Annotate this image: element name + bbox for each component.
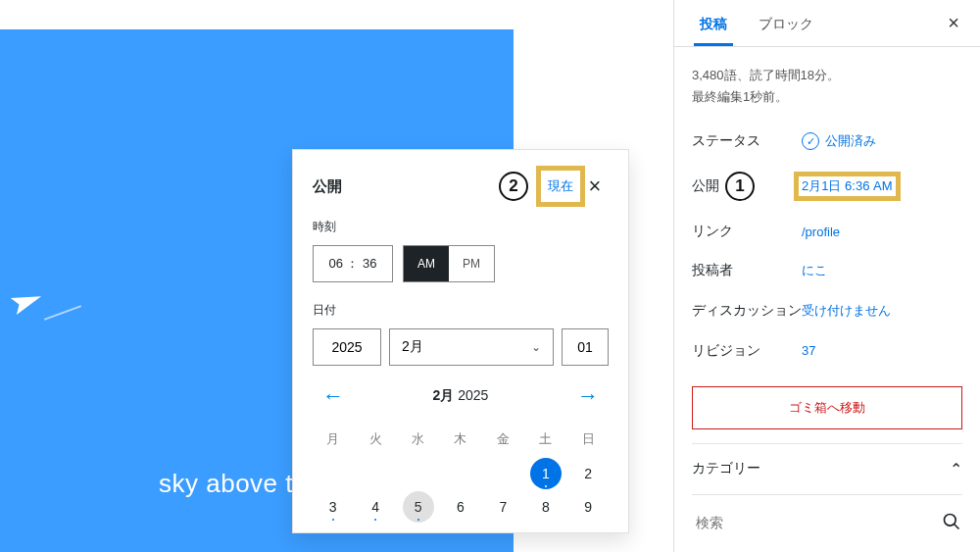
status-value[interactable]: ✓ 公開済み [802,132,876,150]
chevron-up-icon: ⌃ [950,460,962,478]
close-icon[interactable]: × [581,173,609,200]
time-input[interactable] [313,245,393,282]
status-label: ステータス [692,132,802,150]
publish-label: 公開 1 [692,172,802,201]
trash-button[interactable]: ゴミ箱へ移動 [692,386,962,429]
category-search-input[interactable] [692,507,941,538]
sidebar-tabs: 投稿 ブロック × [674,0,980,47]
calendar-day[interactable]: 4 [360,491,391,523]
calendar-day[interactable]: 1 [530,458,562,489]
author-label: 投稿者 [692,262,802,279]
ampm-toggle: AM PM [403,245,495,282]
svg-line-1 [955,524,959,528]
editor-canvas: sky above t 公開 2 現在 × 時刻 AM PM 日付 2月 ⌄ [0,0,672,552]
prev-month-button[interactable]: ← [317,383,350,409]
airplane-icon [6,281,53,332]
calendar-dow: 土 [525,423,565,456]
calendar-day[interactable]: 7 [487,491,518,523]
day-input[interactable] [562,328,609,366]
settings-sidebar: 投稿 ブロック × 3,480語、読了時間18分。 最終編集1秒前。 ステータス… [673,0,980,552]
time-label: 時刻 [313,219,609,235]
discussion-label: ディスカッション [692,301,802,321]
calendar-title: 2月 2025 [433,387,489,405]
tab-post[interactable]: 投稿 [686,2,741,45]
calendar-day[interactable]: 9 [572,491,604,523]
publish-date-value[interactable]: 2月1日 6:36 AM [802,177,893,195]
calendar-day[interactable]: 2 [572,458,604,489]
link-label: リンク [692,223,802,240]
categories-panel-toggle[interactable]: カテゴリー ⌃ [692,443,962,494]
calendar-day[interactable]: 5 [403,491,434,523]
am-button[interactable]: AM [404,246,449,281]
author-value[interactable]: にこ [802,262,827,279]
discussion-value[interactable]: 受け付けません [802,302,891,320]
svg-point-0 [945,514,956,526]
calendar-day[interactable]: 6 [445,491,476,523]
revisions-label: リビジョン [692,342,802,360]
image-caption[interactable]: sky above t [159,469,293,499]
now-button[interactable]: 現在 [546,174,575,199]
calendar-dow: 日 [568,423,609,456]
calendar-day[interactable]: 8 [530,491,562,523]
annotation-1: 1 [725,172,755,201]
chevron-down-icon: ⌄ [531,340,541,354]
month-select-value: 2月 [402,338,423,356]
post-summary: 3,480語、読了時間18分。 最終編集1秒前。 [692,65,962,108]
categories-panel-title: カテゴリー [692,460,760,477]
year-input[interactable] [313,328,381,366]
calendar-dow: 木 [440,423,480,456]
date-label: 日付 [313,302,609,319]
close-sidebar-icon[interactable]: × [939,9,968,38]
link-value[interactable]: /profile [802,225,840,239]
revisions-value[interactable]: 37 [802,343,815,358]
calendar-dow: 月 [313,423,353,456]
check-circle-icon: ✓ [802,132,819,150]
tab-block[interactable]: ブロック [745,2,827,45]
next-month-button[interactable]: → [571,383,605,409]
calendar-dow: 火 [355,423,395,456]
calendar-grid: 月火水木金土日123456789 [313,423,609,523]
calendar-dow: 水 [398,423,438,456]
publish-date-popover: 公開 2 現在 × 時刻 AM PM 日付 2月 ⌄ ← [292,149,629,533]
search-icon[interactable] [941,512,962,533]
annotation-2: 2 [499,172,528,201]
pm-button[interactable]: PM [449,246,494,281]
popover-title: 公開 [313,177,499,196]
calendar-dow: 金 [483,423,523,456]
calendar-day[interactable]: 3 [318,491,349,523]
month-select[interactable]: 2月 ⌄ [389,328,554,366]
